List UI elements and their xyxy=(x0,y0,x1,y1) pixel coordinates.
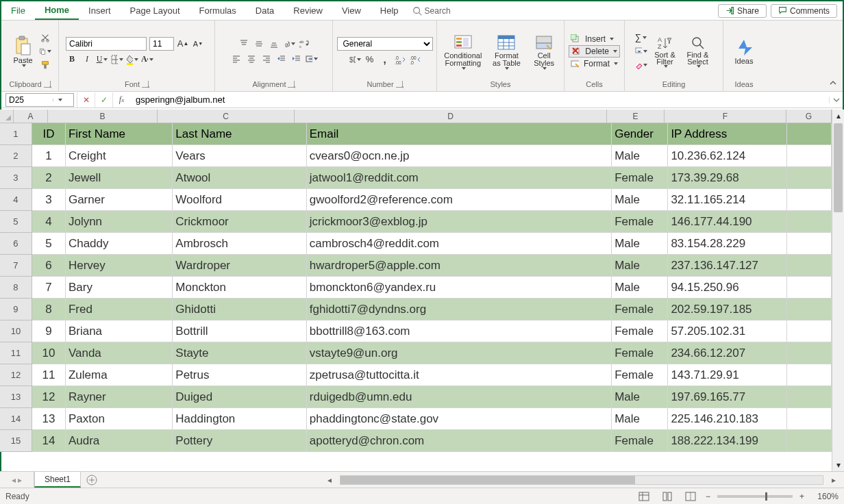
cell[interactable]: 3 xyxy=(32,189,66,211)
cell[interactable]: Bary xyxy=(66,277,173,299)
row-header-13[interactable]: 13 xyxy=(0,386,32,408)
menu-tab-home[interactable]: Home xyxy=(35,1,79,20)
column-header-F[interactable]: F xyxy=(665,110,786,123)
cell[interactable] xyxy=(787,342,832,364)
cell[interactable]: bbottrill8@163.com xyxy=(307,320,612,342)
cell[interactable]: Monckton xyxy=(173,277,306,299)
cell[interactable]: 32.11.165.214 xyxy=(668,189,787,211)
horizontal-scrollbar[interactable]: ◂ ▸ xyxy=(323,472,844,488)
increase-decimal-button[interactable]: .0.00 xyxy=(394,53,406,66)
align-top-button[interactable] xyxy=(238,38,250,50)
sort-filter-button[interactable]: AZ Sort & Filter xyxy=(650,34,680,69)
cell[interactable] xyxy=(787,255,832,277)
cell[interactable]: 1 xyxy=(32,145,66,167)
cell[interactable]: fghidotti7@dyndns.org xyxy=(307,299,612,320)
clipboard-launcher[interactable] xyxy=(44,81,51,88)
cell[interactable] xyxy=(787,233,832,255)
row-header-1[interactable]: 1 xyxy=(0,123,32,145)
cell[interactable]: 11 xyxy=(32,364,66,386)
cell[interactable]: ID xyxy=(32,123,66,145)
cell[interactable]: Female xyxy=(612,320,668,342)
cell[interactable]: Male xyxy=(612,145,668,167)
name-box-input[interactable] xyxy=(6,95,53,105)
cell[interactable]: 94.15.250.96 xyxy=(668,277,787,299)
cell[interactable]: bmonckton6@yandex.ru xyxy=(307,277,612,299)
fill-button[interactable] xyxy=(635,45,647,58)
cell[interactable]: Female xyxy=(612,299,668,320)
cell[interactable]: 2 xyxy=(32,167,66,189)
column-header-G[interactable]: G xyxy=(786,110,832,123)
cell[interactable] xyxy=(787,320,832,342)
cell[interactable]: Paxton xyxy=(66,408,173,430)
row-header-2[interactable]: 2 xyxy=(0,145,32,167)
cell[interactable] xyxy=(787,123,832,145)
cell[interactable]: Petrus xyxy=(173,364,306,386)
font-launcher[interactable] xyxy=(142,81,149,88)
row-header-8[interactable]: 8 xyxy=(0,277,32,299)
cell[interactable]: Audra xyxy=(66,430,173,452)
wrap-text-button[interactable]: abc xyxy=(298,38,310,50)
accounting-button[interactable]: $ xyxy=(349,53,361,66)
cell[interactable] xyxy=(787,167,832,189)
row-header-7[interactable]: 7 xyxy=(0,255,32,277)
alignment-launcher[interactable] xyxy=(288,81,295,88)
cell[interactable]: Woolford xyxy=(173,189,306,211)
comments-button[interactable]: Comments xyxy=(771,4,837,18)
cell[interactable]: Fred xyxy=(66,299,173,320)
fill-color-button[interactable] xyxy=(126,53,138,66)
cell[interactable]: Last Name xyxy=(173,123,306,145)
scroll-down-button[interactable]: ▾ xyxy=(832,459,844,471)
name-box-dropdown[interactable] xyxy=(53,99,65,101)
cell[interactable]: Briana xyxy=(66,320,173,342)
cell[interactable]: Male xyxy=(612,408,668,430)
cell[interactable]: jatwool1@reddit.com xyxy=(307,167,612,189)
cell[interactable]: Male xyxy=(612,277,668,299)
column-header-D[interactable]: D xyxy=(295,110,607,123)
font-color-button[interactable]: A xyxy=(141,53,153,66)
scroll-left-button[interactable]: ◂ xyxy=(323,474,336,486)
format-button[interactable]: Format xyxy=(569,58,620,69)
paste-button[interactable]: Paste xyxy=(9,34,38,68)
cell[interactable]: IP Address xyxy=(668,123,787,145)
cell[interactable]: 225.146.210.183 xyxy=(668,408,787,430)
row-header-15[interactable]: 15 xyxy=(0,430,32,452)
cell[interactable]: 14 xyxy=(32,430,66,452)
italic-button[interactable]: I xyxy=(81,53,93,66)
cell[interactable]: cvears0@ocn.ne.jp xyxy=(307,145,612,167)
cell[interactable]: vstayte9@un.org xyxy=(307,342,612,364)
cell[interactable]: Rayner xyxy=(66,386,173,408)
cell-styles-button[interactable]: Cell Styles xyxy=(528,32,560,71)
row-header-14[interactable]: 14 xyxy=(0,408,32,430)
cell[interactable]: jcrickmoor3@exblog.jp xyxy=(307,211,612,233)
cell[interactable]: 6 xyxy=(32,255,66,277)
cell[interactable]: Female xyxy=(612,430,668,452)
cell[interactable]: 8 xyxy=(32,299,66,320)
cell[interactable]: cambrosch4@reddit.com xyxy=(307,233,612,255)
hscroll-track[interactable] xyxy=(340,475,823,485)
cell[interactable]: Jewell xyxy=(66,167,173,189)
cell[interactable]: Creight xyxy=(66,145,173,167)
cell[interactable] xyxy=(787,211,832,233)
orientation-button[interactable]: ab xyxy=(283,38,295,50)
increase-font-button[interactable]: A▲ xyxy=(177,38,189,50)
zoom-out-button[interactable]: − xyxy=(706,492,710,501)
sheet-tab-active[interactable]: Sheet1 xyxy=(34,472,81,488)
cell[interactable]: Zulema xyxy=(66,364,173,386)
cell[interactable]: Stayte xyxy=(173,342,306,364)
cell[interactable]: Ghidotti xyxy=(173,299,306,320)
bold-button[interactable]: B xyxy=(66,53,78,66)
align-left-button[interactable] xyxy=(230,53,243,65)
cell[interactable]: 237.136.147.127 xyxy=(668,255,787,277)
cut-button[interactable] xyxy=(39,32,51,44)
column-header-E[interactable]: E xyxy=(607,110,665,123)
cell[interactable]: 173.39.29.68 xyxy=(668,167,787,189)
zoom-slider[interactable] xyxy=(717,495,793,498)
cell[interactable]: 146.177.44.190 xyxy=(668,211,787,233)
menu-tab-review[interactable]: Review xyxy=(284,1,332,20)
autosum-button[interactable]: ∑ xyxy=(635,32,647,44)
zoom-knob[interactable] xyxy=(765,492,767,501)
cell[interactable]: Duiged xyxy=(173,386,306,408)
cell[interactable]: Haddington xyxy=(173,408,306,430)
cell[interactable]: 5 xyxy=(32,233,66,255)
cell[interactable]: hwardroper5@apple.com xyxy=(307,255,612,277)
